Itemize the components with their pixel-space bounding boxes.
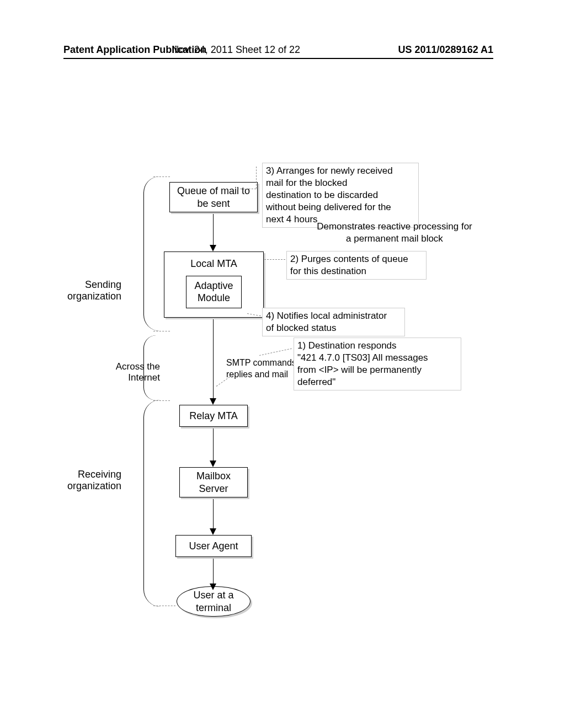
arrow-relay-mailbox (213, 429, 214, 462)
oval-user-terminal: User at a terminal (177, 586, 250, 617)
arrow-localmta-relay (213, 319, 214, 399)
box-queue: Queue of mail to be sent (169, 182, 258, 212)
label-sending-org: Sending organization (55, 279, 121, 302)
brace-across (143, 335, 156, 400)
header-right: US 2011/0289162 A1 (398, 44, 493, 56)
box-relay-mta: Relay MTA (179, 405, 248, 427)
leader-1 (259, 349, 292, 356)
arrowhead-2 (210, 398, 216, 405)
callout-3: 3) Arranges for newly received mail for … (262, 163, 419, 228)
local-mta-title: Local MTA (167, 258, 261, 270)
box-local-mta: Local MTA Adaptive Module (164, 251, 264, 318)
leader-brace-mid2 (153, 400, 170, 401)
box-user-agent: User Agent (175, 535, 252, 557)
arrow-queue-localmta (213, 214, 214, 246)
box-mailbox-server: Mailbox Server (179, 467, 248, 497)
label-receiving-org: Receiving organization (50, 469, 121, 492)
arrow-mailbox-agent (213, 499, 214, 529)
arrowhead-1 (210, 245, 216, 251)
leader-relay (216, 377, 230, 387)
leader-3a (256, 167, 257, 189)
header-rule (63, 58, 493, 59)
leader-brace-top (153, 176, 170, 177)
callout-2: 2) Purges contents of queue for this des… (286, 251, 427, 280)
leader-brace-bot (153, 606, 175, 606)
arrow-agent-user (213, 559, 214, 585)
leader-brace-mid1 (153, 331, 170, 331)
arrowhead-3 (210, 461, 216, 467)
edge-label-smtp: SMTP commands replies and mail (226, 357, 296, 381)
diagram-caption: Demonstrates reactive processing for a p… (306, 221, 483, 245)
leader-2 (264, 259, 285, 260)
callout-1: 1) Destination responds "421 4.7.0 [TS03… (294, 338, 461, 390)
brace-sending (143, 176, 159, 331)
header-mid: Nov. 24, 2011 Sheet 12 of 22 (172, 44, 300, 56)
brace-receiving (143, 400, 161, 607)
leader-3b (237, 189, 256, 189)
callout-4: 4) Notifies local administrator of block… (262, 308, 405, 336)
box-adaptive-module: Adaptive Module (186, 276, 241, 308)
arrowhead-4 (210, 528, 216, 535)
page-header: Patent Application Publication Nov. 24, … (0, 44, 565, 60)
